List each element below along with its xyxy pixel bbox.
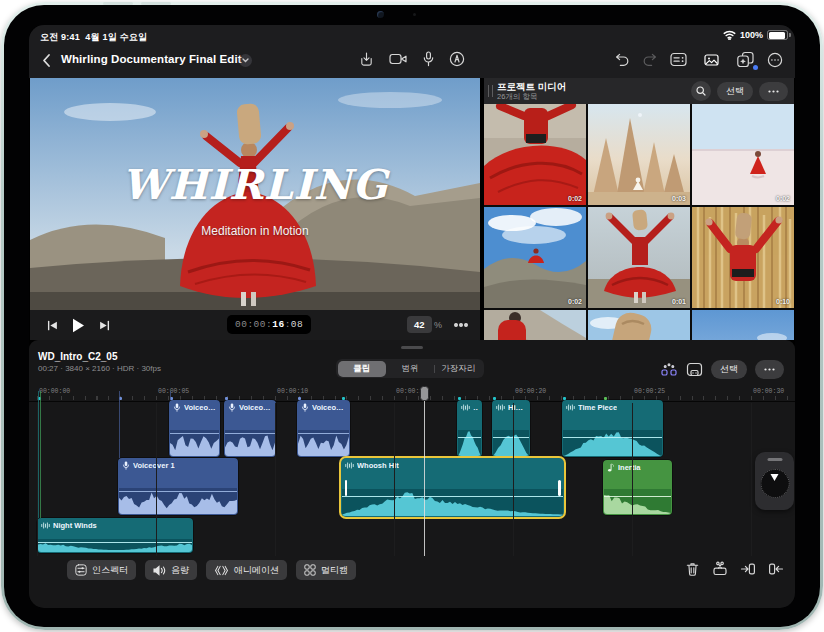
trim-handle-left[interactable]: [345, 480, 348, 496]
viewer-more-button[interactable]: [452, 310, 470, 340]
inspector-icon: [75, 564, 87, 576]
timeline-clip-time-piece[interactable]: Time Piece: [562, 400, 663, 457]
media-thumbnail-wheat-field-man[interactable]: 0:10: [692, 207, 794, 308]
music-note-icon: [607, 463, 615, 472]
timecode-display[interactable]: 00:00:16:08: [227, 315, 311, 334]
timeline-ruler[interactable]: 00:00:0000:00:0500:00:1000:00:1500:00:20…: [29, 386, 795, 402]
media-thumbnail-hills-clouds-dancer[interactable]: 0:02: [484, 207, 586, 308]
clip-duration: 0:02: [776, 195, 790, 202]
inspector-button[interactable]: 인스펙터: [67, 560, 136, 580]
skip-to-start-button[interactable]: [44, 310, 60, 340]
clip-label: Time Piece: [578, 403, 617, 412]
timeline-clip-voiceover-2[interactable]: Voiceover 2: [169, 400, 220, 457]
share-button[interactable]: [359, 51, 374, 67]
timeline-clip-voiceover-1[interactable]: Voiceover 1: [118, 458, 238, 515]
ruler-label: 00:00:30: [753, 388, 784, 395]
animation-icon: [214, 565, 229, 576]
trash-button[interactable]: [685, 561, 700, 577]
clip-duration: 0:02: [568, 298, 582, 305]
viewer[interactable]: WHIRLING Meditation in Motion: [30, 78, 480, 310]
multicam-button[interactable]: 멀티캠: [296, 560, 356, 580]
clip-label: Whoosh Hit: [357, 461, 399, 470]
timeline-clip-[interactable]: …: [457, 400, 482, 457]
media-panel-header: 프로젝트 미디어 26개의 항목 선택: [484, 78, 794, 104]
transport-bar: 00:00:16:08 42 %: [30, 310, 480, 340]
search-button[interactable]: [691, 81, 711, 101]
timeline-select-button[interactable]: 선택: [711, 360, 747, 379]
media-thumbnail-hills-red-figure[interactable]: [484, 310, 586, 340]
tab-range[interactable]: 범위: [386, 361, 434, 377]
clip-label: Voiceover 2: [184, 403, 216, 412]
tab-edge[interactable]: 가장자리: [434, 361, 482, 377]
media-thumbnail-dancer-back[interactable]: 0:01: [588, 207, 690, 308]
jog-knob[interactable]: [760, 469, 789, 498]
timeline-clip-voiceover-3[interactable]: Voiceover 3: [297, 400, 350, 457]
clip-label: Voiceover 2: [239, 403, 272, 412]
effects-button[interactable]: [736, 51, 755, 68]
volume-button[interactable]: 음량: [145, 560, 197, 580]
zoom-level[interactable]: 42: [407, 316, 432, 333]
timeline-more-button[interactable]: [755, 360, 784, 379]
timeline-clip-high[interactable]: High…: [492, 400, 530, 457]
camera-button[interactable]: [389, 52, 408, 66]
overlay-view-button[interactable]: [686, 362, 703, 377]
audio-waveform-icon: [461, 403, 470, 412]
clip-label: Inertia: [618, 463, 641, 472]
light-sensor: [413, 13, 416, 16]
ruler-label: 00:00:05: [158, 388, 189, 395]
trim-handle-right[interactable]: [558, 480, 561, 496]
jog-wheel[interactable]: [755, 452, 794, 510]
clip-connection-line: [170, 391, 171, 400]
notification-dot: [753, 65, 758, 70]
clip-label: …: [473, 403, 478, 412]
media-more-button[interactable]: [759, 82, 788, 101]
timeline-project-name: WD_Intro_C2_05: [38, 351, 117, 362]
connect-clips-button[interactable]: [660, 362, 678, 377]
insert-clip-button[interactable]: [740, 561, 756, 577]
media-thumbnail-red-swirl-closeup[interactable]: 0:02: [484, 104, 586, 205]
timeline-clip-voiceover-2[interactable]: Voiceover 2: [224, 400, 276, 457]
media-thumbnail-hat-closeup[interactable]: [588, 310, 690, 340]
clip-start-marker: [458, 397, 461, 400]
media-thumbnail-sky-clouds[interactable]: [692, 310, 794, 340]
audio-waveform-icon: [41, 521, 50, 530]
timeline-clip-inertia[interactable]: Inertia: [603, 460, 672, 515]
clip-start-marker: [225, 397, 228, 400]
playhead-handle[interactable]: [420, 386, 429, 401]
audio-waveform-icon: [496, 403, 505, 412]
media-thumbnail-rock-spires[interactable]: 0:03: [588, 104, 690, 205]
more-button[interactable]: [767, 52, 783, 68]
clip-duration: 0:01: [672, 298, 686, 305]
media-browser-button[interactable]: [699, 50, 724, 69]
blade-split-button[interactable]: [712, 561, 728, 577]
redo-button[interactable]: [642, 52, 658, 67]
microphone-button[interactable]: [423, 51, 434, 67]
panel-grip-icon[interactable]: [488, 85, 493, 97]
append-clip-button[interactable]: [768, 561, 784, 577]
wifi-icon: [723, 30, 736, 40]
back-button[interactable]: [41, 53, 51, 68]
play-button[interactable]: [68, 310, 88, 340]
project-title[interactable]: Whirling Documentary Final Edit: [61, 53, 242, 65]
ruler-label: 00:00:00: [39, 388, 70, 395]
index-panel-button[interactable]: [670, 52, 687, 67]
clip-label: High…: [508, 403, 526, 412]
mic-icon: [301, 403, 309, 412]
timeline-drag-handle[interactable]: [401, 346, 423, 349]
timeline-clip-whoosh-hit[interactable]: Whoosh Hit: [341, 458, 564, 517]
media-grid: 0:020:030:020:020:010:10: [484, 104, 794, 340]
title-chevron-down-icon[interactable]: [239, 54, 252, 67]
undo-button[interactable]: [614, 52, 630, 67]
bottom-toolbar-buttons: 인스펙터음량애니메이션멀티캠: [67, 560, 356, 580]
battery-percent: 100%: [740, 30, 763, 40]
bottom-toolbar: 인스펙터음량애니메이션멀티캠: [29, 558, 795, 586]
timeline-clip-night-winds[interactable]: Night Winds: [37, 518, 193, 553]
media-select-button[interactable]: 선택: [717, 82, 753, 101]
animation-button[interactable]: 애니메이션: [206, 560, 287, 580]
media-thumbnail-salt-flat-dancer[interactable]: 0:02: [692, 104, 794, 205]
clip-label: Voiceover 3: [312, 403, 346, 412]
apple-pencil-button[interactable]: [449, 51, 465, 67]
tab-clip[interactable]: 클립: [338, 361, 386, 377]
gridline: [394, 403, 395, 556]
skip-to-end-button[interactable]: [96, 310, 112, 340]
